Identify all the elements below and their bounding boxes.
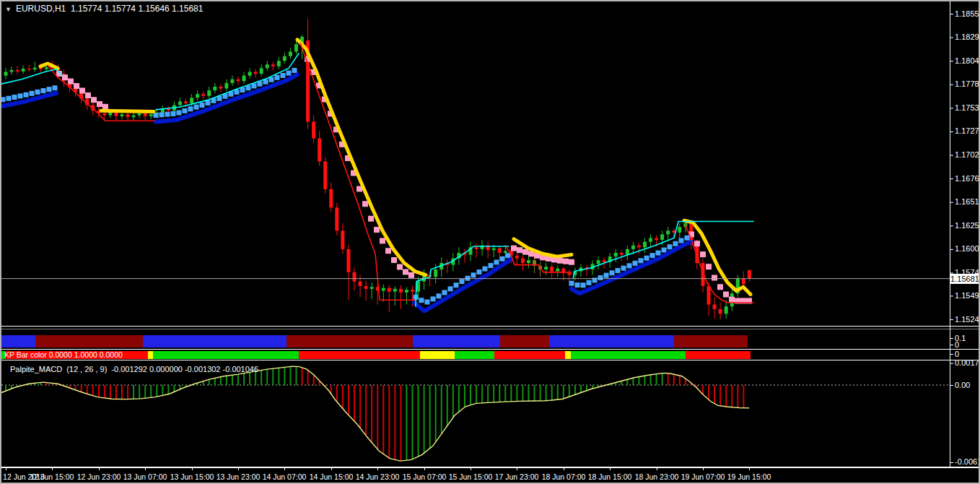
macd-histogram-bar (104, 385, 105, 398)
blue-steps-2-block (206, 100, 211, 105)
price-axis-label: 1.18295 (955, 33, 980, 41)
macd-histogram-bar (110, 385, 111, 399)
macd-histogram-bar (121, 385, 123, 399)
macd-histogram-bar (668, 373, 669, 385)
price-axis-label: 1.18040 (955, 57, 980, 65)
indicator-tick (950, 338, 953, 339)
macd-histogram-bar (534, 385, 535, 401)
blue-steps-1-block (53, 85, 58, 90)
macd-histogram-bar (348, 385, 349, 415)
candle-body (149, 114, 153, 116)
candle-body (544, 267, 548, 269)
macd-params: (12 , 26 , 9) (66, 365, 107, 373)
blue-steps-3-block (437, 293, 442, 298)
blue-steps-2-block (183, 108, 188, 113)
candle-body (196, 94, 199, 98)
macd-histogram-bar (5, 385, 6, 391)
blue-steps-3-block (506, 253, 511, 258)
blue-steps-2-block (292, 68, 297, 73)
blue-steps-2-block (275, 75, 280, 80)
macd-histogram-bar (400, 385, 401, 461)
macd-histogram-bar (214, 378, 216, 385)
time-tick (424, 467, 425, 470)
indicator-tick (950, 354, 953, 355)
blue-steps-3-block (448, 286, 453, 291)
macd-histogram-bar (574, 385, 576, 394)
candle-body (498, 249, 502, 253)
macd-histogram-bar (406, 385, 407, 460)
candle-body (678, 227, 681, 233)
macd-histogram-bar (429, 385, 431, 449)
blue-steps-1-block (6, 96, 12, 101)
macd-histogram-bar (481, 385, 483, 403)
macd-histogram-bar (162, 385, 163, 395)
price-axis-label: 1.18550 (955, 10, 980, 18)
macd-histogram-bar (336, 385, 338, 402)
macd-histogram-bar (569, 385, 570, 397)
time-tick (657, 467, 657, 470)
candle-body (213, 87, 216, 90)
blue-steps-4-block (581, 282, 586, 288)
kp-bar-segment (455, 351, 494, 359)
blue-steps-3-block (471, 272, 476, 277)
price-axis-label: 1.16000 (955, 245, 980, 253)
price-axis-label: 1.17785 (955, 80, 980, 88)
macd-histogram-bar (365, 385, 367, 436)
macd-histogram-bar (209, 379, 210, 385)
macd-histogram-bar (626, 379, 628, 385)
blue-steps-3-block (500, 256, 505, 262)
macd-histogram-bar (354, 385, 355, 421)
candle-body (388, 288, 391, 292)
price-axis-label: 1.17020 (955, 151, 980, 159)
macd-histogram-bar (302, 368, 303, 385)
price-tick (950, 61, 953, 61)
price-tick (950, 178, 953, 179)
macd-histogram-bar (139, 385, 140, 399)
window-separator[interactable] (1, 329, 979, 329)
kp-bar-segment (494, 351, 565, 359)
blue-steps-2-block (165, 112, 170, 117)
mt4-chart-window: ▼EURUSD,H1 1.15774 1.15774 1.15646 1.156… (0, 0, 980, 484)
window-separator[interactable] (1, 349, 979, 350)
macd-histogram-bar (719, 385, 721, 406)
macd-histogram-bar (435, 385, 437, 442)
candle-body (649, 238, 652, 242)
candle-body (230, 79, 234, 83)
trend-strip-segment (143, 335, 286, 347)
trend-strip-segment (286, 335, 413, 347)
price-tick (950, 155, 953, 156)
price-tick (950, 108, 953, 108)
candle-body (266, 64, 269, 68)
macd-histogram-bar (650, 375, 652, 385)
candle-body (271, 64, 275, 66)
macd-histogram-bar (167, 385, 169, 394)
blue-steps-4-block (685, 235, 690, 241)
macd-histogram-bar (284, 367, 285, 385)
cyan-line-3 (416, 246, 509, 306)
candle-body (405, 290, 408, 293)
blue-steps-4-block (610, 270, 615, 275)
candle-body (219, 87, 222, 89)
macd-histogram-bar (731, 385, 732, 407)
window-separator[interactable] (1, 326, 979, 327)
pink-ribbon-4-block (694, 241, 700, 246)
macd-histogram-bar (580, 385, 582, 393)
candle-body (515, 256, 519, 259)
macd-histogram-bar (115, 385, 117, 399)
blue-steps-1-block (24, 92, 29, 98)
time-tick (471, 467, 471, 470)
window-separator[interactable] (1, 467, 979, 467)
time-axis-label: 14 Jun 15:00 (310, 473, 354, 481)
macd-histogram-bar (87, 385, 88, 394)
trend-strip-segment (413, 335, 500, 347)
time-axis-label: 12 Jun 15:00 (30, 473, 74, 481)
symbol-dropdown-icon[interactable]: ▼ (5, 6, 12, 13)
blue-steps-4-block (569, 281, 574, 286)
chart-graphics[interactable] (0, 0, 980, 484)
blue-steps-4-block (621, 266, 626, 271)
time-tick (517, 467, 517, 470)
macd-histogram-bar (156, 385, 157, 397)
macd-histogram-bar (452, 385, 454, 418)
window-separator[interactable] (1, 360, 979, 360)
macd-histogram-bar (470, 385, 471, 405)
